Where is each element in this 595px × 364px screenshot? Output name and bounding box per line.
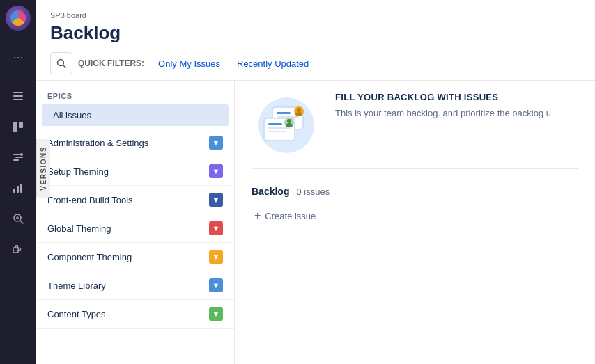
svg-rect-3 xyxy=(13,122,17,132)
svg-rect-9 xyxy=(13,189,15,193)
content-layout: EPICS All issues Administration & Settin… xyxy=(36,81,595,364)
svg-point-33 xyxy=(286,123,293,127)
create-issue-label: Create issue xyxy=(265,211,316,221)
setup-theming-label: Setup Theming xyxy=(47,166,109,177)
svg-rect-7 xyxy=(13,159,19,161)
content-types-badge: ▼ xyxy=(209,307,223,321)
svg-rect-28 xyxy=(268,123,282,125)
administration-settings-epic[interactable]: Administration & Settings ▼ xyxy=(36,129,234,157)
fill-title: FILL YOUR BACKLOG WITH ISSUES xyxy=(335,92,578,102)
roadmap-icon[interactable] xyxy=(6,145,31,170)
svg-line-18 xyxy=(63,65,66,68)
page-header: SP3 board Backlog QUICK FILTERS: Only My… xyxy=(36,0,595,81)
epics-header: EPICS xyxy=(36,86,234,104)
fill-desc: This is your team backlog. and prioritiz… xyxy=(335,106,578,120)
frontend-build-tools-epic[interactable]: Front-end Build Tools ▼ xyxy=(36,186,234,214)
component-theming-label: Component Theming xyxy=(47,252,132,262)
create-issue-button[interactable]: + Create issue xyxy=(252,205,578,226)
setup-theming-epic[interactable]: Setup Theming ▼ xyxy=(36,157,234,186)
svg-rect-4 xyxy=(19,122,23,128)
svg-rect-22 xyxy=(277,116,299,118)
administration-settings-badge: ▼ xyxy=(209,136,223,150)
content-types-label: Content Types xyxy=(47,309,106,319)
board-view-icon[interactable] xyxy=(6,114,31,139)
all-issues-item[interactable]: All issues xyxy=(42,104,229,126)
administration-settings-label: Administration & Settings xyxy=(47,138,148,148)
svg-rect-6 xyxy=(15,157,23,158)
svg-rect-11 xyxy=(20,184,22,193)
icon-sidebar: ··· xyxy=(0,0,36,364)
create-issue-plus-icon: + xyxy=(254,209,261,222)
issues-count: 0 issues xyxy=(296,187,330,197)
backlog-illustration xyxy=(252,92,321,155)
only-my-issues-link[interactable]: Only My Issues xyxy=(153,56,226,72)
backlog-section-header: Backlog 0 issues xyxy=(252,186,578,197)
component-theming-badge: ▼ xyxy=(209,250,223,264)
page-title: Backlog xyxy=(50,22,581,44)
versions-tab[interactable]: VERSIONS xyxy=(36,139,50,198)
setup-theming-badge: ▼ xyxy=(209,164,223,178)
svg-rect-1 xyxy=(13,95,23,97)
svg-rect-21 xyxy=(277,112,291,114)
svg-point-8 xyxy=(20,153,23,156)
svg-rect-16 xyxy=(13,248,18,253)
search-button[interactable] xyxy=(50,52,72,74)
fill-text-area: FILL YOUR BACKLOG WITH ISSUES This is yo… xyxy=(335,92,578,120)
app-logo[interactable] xyxy=(6,6,31,31)
global-theming-label: Global Theming xyxy=(47,223,111,234)
plugins-icon[interactable] xyxy=(6,237,31,262)
svg-point-26 xyxy=(295,112,302,116)
svg-point-32 xyxy=(287,119,291,123)
epics-sidebar: EPICS All issues Administration & Settin… xyxy=(36,81,235,364)
epics-list: All issues Administration & Settings ▼ S… xyxy=(36,104,234,329)
theme-library-badge: ▼ xyxy=(209,278,223,292)
global-theming-epic[interactable]: Global Theming ▼ xyxy=(36,214,234,243)
svg-rect-0 xyxy=(13,92,23,93)
filter-bar: QUICK FILTERS: Only My Issues Recently U… xyxy=(50,52,581,74)
content-types-epic[interactable]: Content Types ▼ xyxy=(36,300,234,329)
svg-rect-29 xyxy=(268,127,291,129)
frontend-build-tools-label: Front-end Build Tools xyxy=(47,195,133,205)
dots-menu-icon[interactable]: ··· xyxy=(6,45,31,70)
board-label: SP3 board xyxy=(50,11,581,19)
component-theming-epic[interactable]: Component Theming ▼ xyxy=(36,243,234,271)
quick-filters-label: QUICK FILTERS: xyxy=(78,58,144,68)
search-view-icon[interactable] xyxy=(6,206,31,231)
analytics-icon[interactable] xyxy=(6,175,31,200)
svg-line-13 xyxy=(20,221,23,223)
svg-point-25 xyxy=(297,108,301,112)
recently-updated-link[interactable]: Recently Updated xyxy=(231,56,314,72)
global-theming-badge: ▼ xyxy=(209,221,223,235)
theme-library-epic[interactable]: Theme Library ▼ xyxy=(36,271,234,300)
svg-rect-10 xyxy=(17,186,19,193)
theme-library-label: Theme Library xyxy=(47,280,106,291)
frontend-build-tools-badge: ▼ xyxy=(209,193,223,207)
main-area: SP3 board Backlog QUICK FILTERS: Only My… xyxy=(36,0,595,364)
backlog-label: Backlog xyxy=(252,186,289,197)
svg-rect-2 xyxy=(13,99,23,100)
backlog-content: FILL YOUR BACKLOG WITH ISSUES This is yo… xyxy=(235,81,595,364)
list-view-icon[interactable] xyxy=(6,84,31,109)
svg-rect-30 xyxy=(268,131,286,132)
svg-rect-5 xyxy=(13,154,20,155)
illustration-area: FILL YOUR BACKLOG WITH ISSUES This is yo… xyxy=(252,92,578,169)
